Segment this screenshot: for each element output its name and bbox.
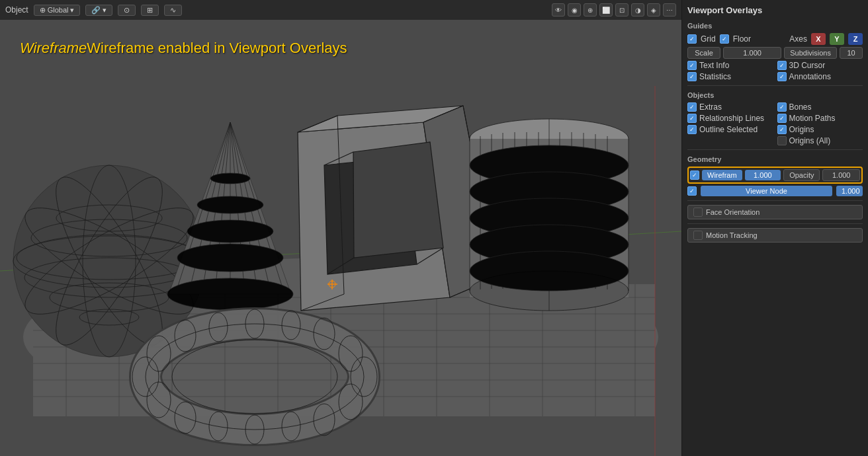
bones-checkbox[interactable] — [777, 102, 787, 112]
relationship-label: Relationship Lines — [699, 114, 764, 123]
face-orientation-checkbox[interactable] — [693, 208, 703, 217]
origins-label: Origins — [789, 125, 814, 134]
header-bar: Object ⊕ Global ▾ 🔗 ▾ ⊙ ⊞ ∿ 👁 ◉ ⊕ ⬜ ⊡ ◑ … — [0, 0, 681, 20]
relationship-checkbox[interactable] — [687, 114, 697, 123]
right-header-icons: 👁 ◉ ⊕ ⬜ ⊡ ◑ ◈ ⋯ — [552, 3, 676, 17]
annotations-label: Annotations — [789, 72, 831, 81]
motion-tracking-checkbox[interactable] — [693, 231, 703, 240]
origins-checkbox[interactable] — [777, 125, 787, 134]
statistics-row: Statistics Annotations — [687, 72, 863, 81]
overlay-icon[interactable]: ◉ — [568, 3, 581, 17]
svg-point-47 — [210, 173, 250, 184]
text-info-row: Text Info 3D Cursor — [687, 61, 863, 70]
extras-checkbox[interactable] — [687, 102, 697, 112]
divider-2 — [687, 149, 863, 150]
svg-point-89 — [470, 251, 629, 291]
wireframe-italic: Wireframe — [20, 40, 87, 56]
grid-label: Grid — [701, 34, 716, 44]
modifier-btn[interactable]: ∿ — [164, 5, 182, 16]
viewer-node-label[interactable]: Viewer Node — [701, 186, 832, 196]
snap-btn[interactable]: 🔗 ▾ — [85, 5, 112, 16]
text-info-label: Text Info — [699, 61, 729, 70]
origins-all-left-col — [687, 136, 773, 145]
wireframe-label: WireframeWireframe enabled in Viewport O… — [20, 40, 347, 57]
origins-all-checkbox[interactable] — [777, 136, 787, 145]
scale-value[interactable]: 1.000 — [723, 47, 781, 59]
motion-paths-col: Motion Paths — [777, 114, 863, 123]
face-orientation-btn[interactable]: Face Orientation — [687, 205, 863, 219]
viewer-node-checkbox[interactable] — [687, 186, 697, 196]
wireframe-geometry-label[interactable]: Wirefram — [702, 170, 742, 180]
chevron-icon: ▾ — [103, 6, 107, 15]
origins-all-col: Origins (All) — [777, 136, 863, 145]
wireframe-geometry-checkbox[interactable] — [690, 171, 699, 180]
subdivisions-value[interactable]: 10 — [840, 47, 863, 59]
opacity-value[interactable]: 1.000 — [822, 169, 860, 181]
grid-floor-row: Grid Floor Axes X Y Z — [687, 33, 863, 45]
shading-solid-icon[interactable]: ◑ — [631, 3, 644, 17]
viewer-node-value[interactable]: 1.000 — [836, 186, 863, 196]
outline-origins-row: Outline Selected Origins — [687, 125, 863, 134]
floor-label: Floor — [733, 34, 751, 44]
axes-label: Axes — [789, 34, 807, 44]
svg-point-48 — [197, 196, 263, 213]
statistics-checkbox[interactable] — [687, 72, 697, 81]
grid-overlay-btn[interactable]: ⊞ — [141, 5, 159, 16]
outline-label: Outline Selected — [699, 125, 758, 134]
editor-type-icon[interactable]: ⬜ — [599, 3, 613, 17]
divider-3 — [687, 200, 863, 201]
outline-checkbox[interactable] — [687, 125, 697, 134]
dropdown-icon: ▾ — [70, 6, 74, 15]
divider-1 — [687, 85, 863, 86]
wireframe-rest: Wireframe enabled in Viewport Overlays — [87, 40, 347, 56]
grid-checkbox[interactable] — [687, 34, 697, 44]
scale-row: Scale 1.000 Subdivisions 10 — [687, 47, 863, 59]
svg-marker-60 — [353, 142, 443, 258]
annotations-col: Annotations — [777, 72, 863, 81]
extras-label: Extras — [699, 102, 722, 112]
origins-all-label: Origins (All) — [789, 136, 831, 145]
text-info-checkbox[interactable] — [687, 61, 697, 70]
gizmo-icon[interactable]: ⊕ — [584, 3, 597, 17]
motion-paths-label: Motion Paths — [789, 114, 836, 123]
cursor-3d-checkbox[interactable] — [777, 61, 787, 70]
axis-x-btn[interactable]: X — [811, 33, 826, 45]
wireframe-geometry-row: Wirefram 1.000 Opacity 1.000 — [687, 167, 863, 184]
statistics-col: Statistics — [687, 72, 773, 81]
wireframe-geometry-value[interactable]: 1.000 — [745, 170, 781, 180]
cursor-3d-col: 3D Cursor — [777, 61, 863, 70]
extras-col: Extras — [687, 102, 773, 112]
scale-label[interactable]: Scale — [687, 47, 720, 59]
face-orientation-label: Face Orientation — [706, 208, 760, 216]
svg-point-49 — [187, 220, 273, 243]
floor-checkbox[interactable] — [720, 34, 729, 44]
text-info-col: Text Info — [687, 61, 773, 70]
subdivisions-label: Subdivisions — [784, 47, 837, 59]
proportional-edit-btn[interactable]: ⊙ — [118, 5, 136, 16]
svg-point-51 — [167, 278, 293, 310]
divider-4 — [687, 223, 863, 224]
extras-bones-row: Extras Bones — [687, 102, 863, 112]
viewport-shading-icon[interactable]: 👁 — [552, 3, 565, 17]
motion-tracking-label: Motion Tracking — [706, 231, 758, 239]
transform-icon: ⊕ — [40, 6, 46, 15]
axis-y-btn[interactable]: Y — [830, 33, 844, 45]
fullscreen-icon[interactable]: ⊡ — [615, 3, 629, 17]
bones-label: Bones — [789, 102, 812, 112]
extra-icon[interactable]: ⋯ — [663, 3, 676, 17]
annotations-checkbox[interactable] — [777, 72, 787, 81]
shading-render-icon[interactable]: ◈ — [647, 3, 660, 17]
transform-orientation-btn[interactable]: ⊕ Global ▾ — [34, 5, 81, 16]
axis-z-btn[interactable]: Z — [848, 33, 863, 45]
motion-tracking-btn[interactable]: Motion Tracking — [687, 228, 863, 243]
bones-col: Bones — [777, 102, 863, 112]
relationship-motion-row: Relationship Lines Motion Paths — [687, 114, 863, 123]
objects-section-label: Objects — [687, 91, 863, 99]
scene-svg — [0, 20, 681, 456]
cursor-3d-label: 3D Cursor — [789, 61, 826, 70]
origins-col: Origins — [777, 125, 863, 134]
scene-canvas — [0, 20, 681, 456]
viewport: WireframeWireframe enabled in Viewport O… — [0, 0, 681, 456]
viewer-node-row: Viewer Node 1.000 — [687, 186, 863, 196]
motion-paths-checkbox[interactable] — [777, 114, 787, 123]
